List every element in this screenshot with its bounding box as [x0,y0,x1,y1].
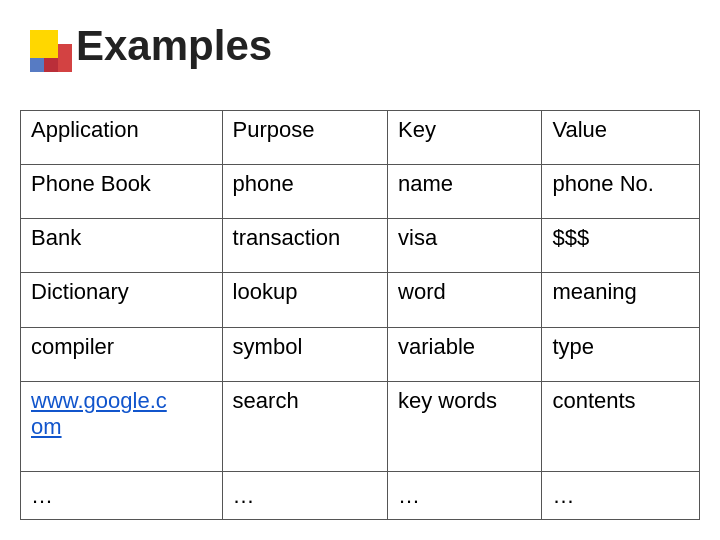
examples-table: Application Purpose Key Value Phone Book… [20,110,700,520]
cell-google-purpose: search [222,381,387,471]
cell-dict-value: meaning [542,273,700,327]
col-application-header: Application [21,111,223,165]
cell-compiler-app: compiler [21,327,223,381]
cell-phonebook-value: phone No. [542,165,700,219]
cell-phonebook-app: Phone Book [21,165,223,219]
cell-dict-app: Dictionary [21,273,223,327]
cell-google-key: key words [388,381,542,471]
cell-bank-key: visa [388,219,542,273]
logo-yellow-block [30,30,58,58]
cell-ellipsis-value: … [542,472,700,520]
cell-dict-purpose: lookup [222,273,387,327]
col-value-header: Value [542,111,700,165]
google-link[interactable]: www.google.com [31,388,167,439]
cell-google-app[interactable]: www.google.com [21,381,223,471]
table-row: Phone Book phone name phone No. [21,165,700,219]
table-row: Bank transaction visa $$$ [21,219,700,273]
col-purpose-header: Purpose [222,111,387,165]
cell-bank-app: Bank [21,219,223,273]
cell-ellipsis-key: … [388,472,542,520]
cell-dict-key: word [388,273,542,327]
page-title: Examples [76,22,272,70]
cell-ellipsis-app: … [21,472,223,520]
col-key-header: Key [388,111,542,165]
cell-compiler-purpose: symbol [222,327,387,381]
examples-table-container: Application Purpose Key Value Phone Book… [20,110,700,520]
table-row: compiler symbol variable type [21,327,700,381]
cell-phonebook-purpose: phone [222,165,387,219]
cell-google-value: contents [542,381,700,471]
cell-bank-value: $$$ [542,219,700,273]
cell-compiler-key: variable [388,327,542,381]
cell-bank-purpose: transaction [222,219,387,273]
table-row: Dictionary lookup word meaning [21,273,700,327]
cell-ellipsis-purpose: … [222,472,387,520]
table-row: www.google.com search key words contents [21,381,700,471]
cell-compiler-value: type [542,327,700,381]
table-row: Application Purpose Key Value [21,111,700,165]
table-row: … … … … [21,472,700,520]
cell-phonebook-key: name [388,165,542,219]
